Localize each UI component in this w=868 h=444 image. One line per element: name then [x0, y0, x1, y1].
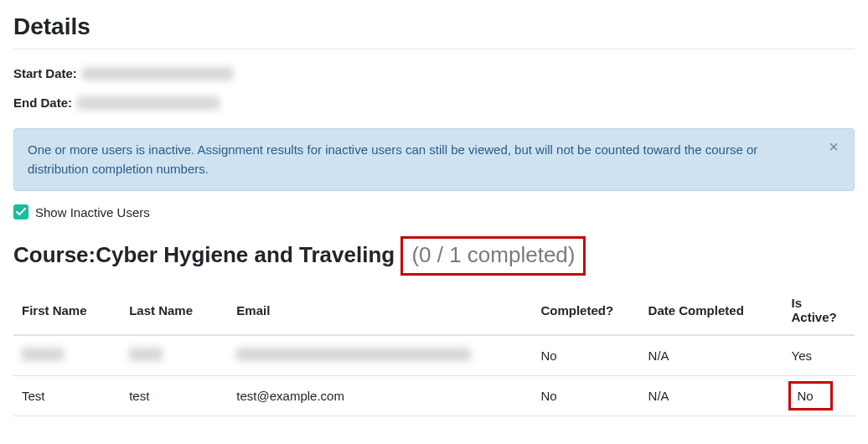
alert-close-button[interactable]: ×: [824, 137, 844, 156]
table-header-row: First Name Last Name Email Completed? Da…: [13, 286, 855, 335]
start-date-label: Start Date:: [13, 66, 77, 80]
alert-text: One or more users is inactive. Assignmen…: [28, 142, 757, 176]
inactive-users-alert: One or more users is inactive. Assignmen…: [13, 128, 855, 191]
cell-date-completed: N/A: [640, 335, 783, 376]
end-date-value-redacted: [77, 96, 220, 110]
cell-is-active: No: [783, 376, 855, 416]
col-email: Email: [228, 286, 532, 335]
course-prefix: Course:: [13, 242, 96, 268]
show-inactive-label: Show Inactive Users: [35, 205, 150, 219]
cell-first-name: [13, 335, 121, 376]
end-date-label: End Date:: [13, 96, 72, 110]
cell-date-completed: N/A: [640, 376, 783, 416]
is-active-annotation: No: [788, 381, 833, 410]
show-inactive-checkbox[interactable]: [13, 204, 28, 219]
course-name: Cyber Hygiene and Traveling: [96, 242, 395, 268]
cell-email: [228, 335, 532, 376]
col-is-active: Is Active?: [783, 286, 855, 335]
cell-is-active: Yes: [783, 335, 855, 376]
start-date-row: Start Date:: [13, 66, 855, 80]
course-heading: Course: Cyber Hygiene and Traveling (0 /…: [13, 236, 855, 276]
divider: [13, 49, 855, 49]
start-date-value-redacted: [82, 67, 233, 80]
cell-email: test@example.com: [228, 376, 532, 416]
table-row: No N/A Yes: [13, 335, 855, 376]
details-heading: Details: [13, 13, 855, 40]
col-completed: Completed?: [532, 286, 639, 335]
end-date-row: End Date:: [13, 96, 855, 110]
cell-completed: No: [532, 335, 639, 376]
is-active-value: No: [798, 389, 814, 403]
completion-count: (0 / 1 completed): [411, 242, 575, 267]
table-row: Test test test@example.com No N/A No: [13, 376, 855, 416]
cell-completed: No: [532, 376, 639, 416]
col-date-completed: Date Completed: [640, 286, 783, 335]
show-inactive-row: Show Inactive Users: [13, 204, 855, 219]
check-icon: [16, 207, 26, 217]
cell-first-name: Test: [13, 376, 121, 416]
completion-annotation: (0 / 1 completed): [400, 236, 586, 276]
user-results-table: First Name Last Name Email Completed? Da…: [13, 286, 855, 416]
col-last-name: Last Name: [121, 286, 228, 335]
cell-last-name: [121, 335, 228, 376]
cell-last-name: test: [121, 376, 228, 416]
close-icon: ×: [829, 137, 839, 156]
col-first-name: First Name: [13, 286, 121, 335]
